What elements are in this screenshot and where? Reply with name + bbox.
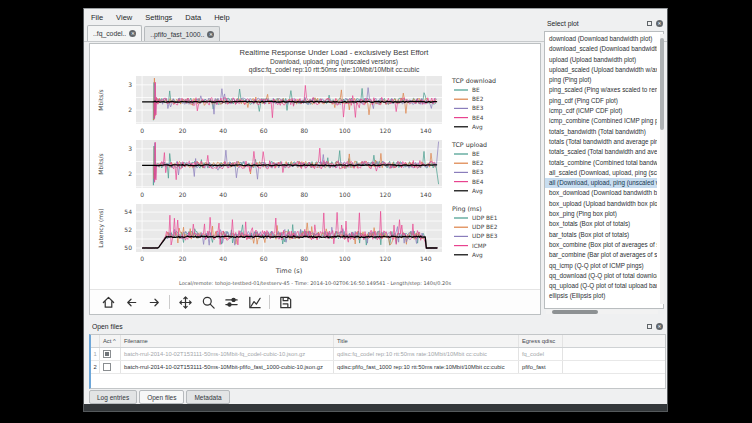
svg-text:60: 60 <box>260 191 268 198</box>
legend-entry: ICMP <box>472 243 487 249</box>
plot-type-item[interactable]: upload (Upload bandwidth plot) <box>545 55 657 65</box>
x-axis-label: Time (s) <box>275 267 302 275</box>
legend-entry: BE <box>472 151 480 157</box>
result-tab-0[interactable]: ..fq_codel.. <box>87 25 142 41</box>
file-name: batch-rrul-2014-10-02T153111-50ms-10Mbit… <box>121 348 334 360</box>
file-egress-qdisc: pfifo_fast <box>519 361 563 373</box>
tab-close-icon[interactable] <box>207 31 214 38</box>
chart-canvas[interactable]: 23020406080100120140Mbits/sTCP downloadB… <box>90 74 540 280</box>
home-icon[interactable] <box>100 294 116 310</box>
svg-text:40: 40 <box>219 127 227 134</box>
open-files-title: Open files <box>89 323 647 330</box>
column-header-filename[interactable]: Filename <box>121 335 334 347</box>
plot-type-item[interactable]: upload_scaled (Upload bandwidth w/axes s… <box>545 65 657 75</box>
plot-type-item[interactable]: ping_scaled (Ping w/axes scaled to remov… <box>545 85 657 95</box>
result-tab-label: ..pfifo_fast_1000.. <box>150 31 204 38</box>
row-number: 2 <box>91 361 100 373</box>
plot-type-item[interactable]: box_combine (Box plot of averages of sev… <box>545 240 657 250</box>
plot-view[interactable]: Realtime Response Under Load - exclusive… <box>89 43 541 315</box>
result-tab-1[interactable]: ..pfifo_fast_1000.. <box>144 26 220 41</box>
svg-text:3: 3 <box>128 81 132 88</box>
column-header-act[interactable]: Act ^ <box>100 335 121 347</box>
y-axis-label: Latency (ms) <box>97 208 105 247</box>
open-file-row[interactable]: 2batch-rrul-2014-10-02T153111-50ms-10Mbi… <box>91 361 665 374</box>
svg-text:80: 80 <box>300 191 308 198</box>
legend-entry: Avg <box>472 124 483 131</box>
close-icon[interactable] <box>656 20 663 27</box>
svg-text:120: 120 <box>380 127 392 134</box>
svg-text:80: 80 <box>300 127 308 134</box>
svg-text:60: 60 <box>260 255 268 262</box>
bottom-tab-log-entries[interactable]: Log entries <box>89 390 137 404</box>
zoom-icon[interactable] <box>200 294 216 310</box>
svg-text:0: 0 <box>140 255 144 262</box>
save-icon[interactable] <box>277 294 293 310</box>
float-icon[interactable] <box>647 21 652 26</box>
subplots-icon[interactable] <box>223 294 239 310</box>
plot-type-item[interactable]: all (Download, upload, ping (unscaled ve… <box>545 178 657 188</box>
tab-close-icon[interactable] <box>129 30 136 37</box>
menu-view[interactable]: View <box>116 13 132 22</box>
plot-type-item[interactable]: icmp_cdf (ICMP CDF plot) <box>545 106 657 116</box>
svg-text:140: 140 <box>420 127 432 134</box>
plot-type-item[interactable]: ellipsis (Ellipsis plot) <box>545 291 657 301</box>
plot-type-item[interactable]: all_scaled (Download, upload, ping (scal… <box>545 168 657 178</box>
plot-type-item[interactable]: icmp_combine (Combined ICMP ping plot) <box>545 116 657 126</box>
active-checkbox[interactable] <box>103 363 111 371</box>
menu-file[interactable]: File <box>91 13 103 22</box>
select-plot-header: Select plot <box>544 16 666 30</box>
pan-icon[interactable] <box>177 294 193 310</box>
active-checkbox[interactable] <box>103 350 111 358</box>
legend-entry: BE3 <box>472 105 484 111</box>
plot-type-item[interactable]: qq_icmp (Q-Q plot of ICMP pings) <box>545 261 657 271</box>
plot-type-item[interactable]: box_ping (Ping box plot) <box>545 209 657 219</box>
menu-data[interactable]: Data <box>185 13 201 22</box>
file-title: qdisc:fq_codel rep:10 rtt:50ms rate:10Mb… <box>334 348 519 360</box>
plot-type-item[interactable]: qq_download (Q-Q plot of total download) <box>545 271 657 281</box>
svg-text:40: 40 <box>219 191 227 198</box>
legend-title: TCP download <box>451 77 496 84</box>
close-icon[interactable] <box>656 323 663 330</box>
svg-text:20: 20 <box>179 127 187 134</box>
plot-type-item[interactable]: download (Download bandwidth plot) <box>545 34 657 44</box>
forward-icon[interactable] <box>146 294 162 310</box>
plot-list-horizontal-scrollbar[interactable] <box>546 310 658 314</box>
column-header-title[interactable]: Title <box>334 335 519 347</box>
row-number: 1 <box>91 348 100 360</box>
plot-type-item[interactable]: totals_bandwidth (Total bandwidth) <box>545 127 657 137</box>
plot-type-item[interactable]: totals_combine (Combined total bandwidth… <box>545 158 657 168</box>
bottom-tab-metadata[interactable]: Metadata <box>186 390 229 404</box>
plot-type-item[interactable]: ping (Ping plot) <box>545 75 657 85</box>
plot-type-item[interactable]: qq_upload (Q-Q plot of total upload ban) <box>545 281 657 291</box>
open-files-header: Open files <box>89 319 666 333</box>
plot-type-item[interactable]: box_totals (Box plot of totals) <box>545 219 657 229</box>
plot-type-item[interactable]: totals (Total bandwidth and average ping… <box>545 137 657 147</box>
back-icon[interactable] <box>123 294 139 310</box>
svg-text:100: 100 <box>339 255 351 262</box>
plot-type-item[interactable]: bar_totals (Box plot of totals) <box>545 230 657 240</box>
plot-list-vertical-scrollbar[interactable] <box>660 34 664 304</box>
plot-edit-icon[interactable] <box>246 294 262 310</box>
plot-type-item[interactable]: box_download (Download bandwidth box plo… <box>545 188 657 198</box>
plot-type-item[interactable]: totals_scaled (Total bandwidth and avera… <box>545 147 657 157</box>
menu-help[interactable]: Help <box>214 13 229 22</box>
result-tab-label: ..fq_codel.. <box>93 30 126 37</box>
plot-type-item[interactable]: box_upload (Upload bandwidth box plot) <box>545 199 657 209</box>
float-icon[interactable] <box>647 324 652 329</box>
bottom-tab-open-files[interactable]: Open files <box>139 390 184 404</box>
subplot-2[interactable]: 505254020406080100120140Latency (ms)Time… <box>90 202 542 280</box>
subplot-1[interactable]: 23020406080100120140Mbits/sTCP uploadBEB… <box>90 138 542 202</box>
svg-text:50: 50 <box>124 244 132 251</box>
svg-text:60: 60 <box>260 127 268 134</box>
subplot-0[interactable]: 23020406080100120140Mbits/sTCP downloadB… <box>90 74 542 138</box>
flent-window: FileViewSettingsDataHelp ..fq_codel....p… <box>83 8 668 412</box>
plot-type-item[interactable]: download_scaled (Download bandwidth w/ax… <box>545 44 657 54</box>
open-file-row[interactable]: 1batch-rrul-2014-10-02T153111-50ms-10Mbi… <box>91 348 665 361</box>
plot-type-item[interactable]: bar_combine (Bar plot of averages of sev… <box>545 250 657 260</box>
plot-type-item[interactable]: ping_cdf (Ping CDF plot) <box>545 96 657 106</box>
menu-settings[interactable]: Settings <box>145 13 172 22</box>
sort-caret-icon: ^ <box>113 338 116 344</box>
column-header-egress-qdisc[interactable]: Egress qdisc <box>519 335 563 347</box>
select-plot-panel: Select plot download (Download bandwidth… <box>544 16 666 316</box>
svg-text:2: 2 <box>128 170 132 177</box>
